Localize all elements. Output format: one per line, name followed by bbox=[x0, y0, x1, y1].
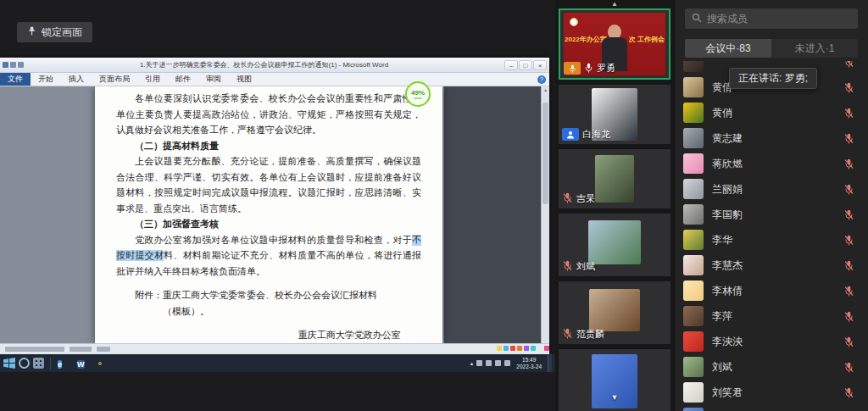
member-row[interactable]: 李萍 bbox=[675, 303, 868, 329]
member-row[interactable]: 李慧杰 bbox=[675, 253, 868, 278]
member-name: 黄志建 bbox=[712, 131, 834, 146]
video-thumbnail[interactable]: 白海龙 bbox=[559, 85, 670, 144]
mini-toolbar-icon[interactable] bbox=[510, 346, 515, 351]
doc-paragraph: 重庆工商大学党政办公室 bbox=[116, 328, 421, 343]
member-list[interactable]: 黄倩 黄俏 黄志建 蒋欣燃 兰丽娟 李国豹 李华 李慧杰 李林倩 李萍 bbox=[675, 61, 868, 411]
quick-access-toolbar[interactable] bbox=[3, 62, 24, 68]
safety-ball-icon[interactable] bbox=[19, 358, 30, 369]
member-row[interactable]: 李林倩 bbox=[675, 278, 868, 303]
avatar bbox=[683, 408, 704, 411]
mic-muted-icon[interactable] bbox=[843, 133, 854, 144]
help-icon[interactable]: ? bbox=[537, 75, 546, 84]
battery-icon[interactable] bbox=[476, 360, 482, 366]
ribbon-tab-3[interactable]: 页面布局 bbox=[92, 73, 137, 86]
mini-toolbar-icon[interactable] bbox=[517, 346, 522, 351]
mic-muted-icon[interactable] bbox=[843, 82, 854, 93]
search-input[interactable] bbox=[707, 13, 851, 25]
mini-toolbar-icon[interactable] bbox=[531, 346, 536, 351]
avatar bbox=[683, 204, 704, 225]
mic-muted-icon[interactable] bbox=[843, 311, 854, 322]
member-row[interactable] bbox=[675, 405, 868, 411]
scroll-down-icon[interactable]: ▼ bbox=[555, 393, 674, 402]
network-icon[interactable] bbox=[495, 360, 501, 366]
member-row[interactable]: 李国豹 bbox=[675, 202, 868, 227]
taskbar-app-browser-360[interactable] bbox=[66, 363, 68, 364]
scroll-up-arrow[interactable]: ▴ bbox=[542, 86, 549, 92]
ribbon-tab-file[interactable]: 文件 bbox=[0, 73, 31, 86]
video-thumbnail-speaker[interactable]: 2022年办公室 次 工作例会 2022 罗勇 bbox=[559, 8, 670, 80]
member-row[interactable]: 黄俏 bbox=[675, 100, 868, 125]
tray-expand-icon[interactable]: ▴ bbox=[470, 360, 474, 367]
member-row[interactable]: 李华 bbox=[675, 227, 868, 253]
mic-muted-icon[interactable] bbox=[843, 209, 854, 220]
mic-muted-icon[interactable] bbox=[843, 184, 854, 195]
taskbar-app-app-orange[interactable] bbox=[89, 363, 91, 364]
ribbon-tab-6[interactable]: 审阅 bbox=[198, 73, 229, 86]
mic-muted-icon[interactable] bbox=[843, 61, 854, 68]
video-thumbnail[interactable]: 吉杲 bbox=[559, 149, 670, 208]
scrollbar-thumb[interactable] bbox=[542, 103, 548, 204]
taskbar-app-meeting-app[interactable] bbox=[99, 363, 101, 364]
redo-icon[interactable] bbox=[18, 62, 24, 68]
taskbar-app-file-explorer[interactable] bbox=[71, 363, 73, 364]
mic-muted-icon[interactable] bbox=[843, 336, 854, 347]
mic-muted-icon[interactable] bbox=[843, 158, 854, 169]
member-row[interactable]: 刘斌 bbox=[675, 354, 868, 380]
member-row[interactable]: 李泱泱 bbox=[675, 329, 868, 354]
member-row[interactable]: 刘笑君 bbox=[675, 380, 868, 405]
mini-toolbar-icon[interactable] bbox=[524, 346, 529, 351]
member-row[interactable]: 兰丽娟 bbox=[675, 176, 868, 202]
tab-not-joined[interactable]: 未进入·1 bbox=[771, 39, 858, 58]
member-row[interactable]: 黄志建 bbox=[675, 125, 868, 151]
taskbar-clock[interactable]: 15:49 2022-3-24 bbox=[514, 357, 544, 369]
video-thumbnail[interactable]: 范贵麟 bbox=[559, 281, 670, 344]
taskbar-app-word[interactable]: W bbox=[76, 354, 86, 372]
mini-toolbar-icon[interactable] bbox=[497, 346, 502, 351]
mic-muted-icon[interactable] bbox=[843, 108, 854, 119]
close-button[interactable]: × bbox=[533, 60, 547, 70]
start-button[interactable] bbox=[3, 358, 15, 369]
word-title-bar[interactable]: 1.关于进一步明确党委常委会、校长办公会议题申报工作的通知(1) - Micro… bbox=[0, 58, 549, 73]
taskbar-app-wps[interactable] bbox=[104, 363, 106, 364]
show-desktop-button[interactable] bbox=[548, 354, 552, 372]
app-grid-icon[interactable] bbox=[33, 358, 44, 369]
minimize-button[interactable]: – bbox=[504, 60, 518, 70]
university-logo bbox=[570, 18, 578, 26]
performance-ball-49[interactable]: 49% bbox=[405, 81, 431, 107]
video-thumbnail[interactable] bbox=[559, 349, 670, 411]
vertical-scrollbar[interactable]: ▴ bbox=[541, 86, 549, 343]
video-thumbnail-strip: ▲ 2022年办公室 次 工作例会 2022 罗勇 白海龙 bbox=[555, 0, 674, 411]
maximize-button[interactable]: □ bbox=[519, 60, 532, 70]
mic-muted-icon[interactable] bbox=[843, 362, 854, 373]
mini-toolbar-icon[interactable] bbox=[544, 346, 549, 351]
avatar bbox=[683, 61, 704, 72]
video-thumbnail[interactable]: 刘斌 bbox=[559, 214, 670, 276]
mic-muted-icon[interactable] bbox=[843, 235, 854, 246]
member-name: 刘斌 bbox=[712, 360, 834, 375]
avatar bbox=[683, 255, 704, 275]
ribbon-tab-4[interactable]: 引用 bbox=[137, 73, 168, 86]
member-search-box[interactable] bbox=[685, 8, 858, 29]
mic-muted-icon[interactable] bbox=[843, 286, 854, 297]
taskbar-app-ie-browser[interactable]: e bbox=[57, 354, 63, 372]
mic-muted-icon[interactable] bbox=[843, 260, 854, 271]
member-row[interactable]: 蒋欣燃 bbox=[675, 151, 868, 176]
lock-view-button[interactable]: 锁定画面 bbox=[17, 22, 92, 42]
input-method-icon[interactable] bbox=[504, 360, 510, 366]
participant-photo bbox=[595, 155, 634, 203]
avatar bbox=[683, 382, 704, 403]
tab-in-meeting[interactable]: 会议中·83 bbox=[685, 39, 771, 58]
ribbon-tab-7[interactable]: 视图 bbox=[229, 73, 259, 86]
save-icon[interactable] bbox=[3, 62, 8, 68]
ribbon-tab-5[interactable]: 邮件 bbox=[168, 73, 198, 86]
volume-icon[interactable] bbox=[486, 360, 492, 366]
ribbon-tab-1[interactable]: 开始 bbox=[31, 73, 61, 86]
scroll-up-icon[interactable]: ▲ bbox=[555, 0, 674, 8]
mini-toolbar-icon[interactable] bbox=[504, 346, 509, 351]
taskbar-app-app-blue[interactable] bbox=[94, 363, 96, 364]
undo-icon[interactable] bbox=[10, 62, 16, 68]
mini-toolbar-icon[interactable] bbox=[537, 346, 542, 351]
document-page[interactable]: 各单位要深刻认识党委常委会、校长办公会会议的重要性和严肃性，单位主要负责人要提高… bbox=[95, 86, 442, 343]
mic-muted-icon[interactable] bbox=[843, 387, 854, 398]
ribbon-tab-2[interactable]: 插入 bbox=[61, 73, 92, 86]
